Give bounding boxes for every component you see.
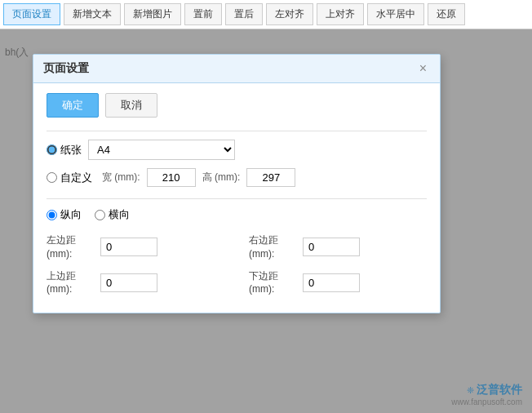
main-area: bh(入 页面设置 × 确定 取消 纸张	[0, 29, 532, 413]
custom-radio[interactable]	[47, 172, 57, 183]
toolbar-btn-3[interactable]: 置前	[184, 3, 222, 25]
toolbar-btn-0[interactable]: 页面设置	[3, 3, 60, 25]
cancel-button[interactable]: 取消	[105, 93, 157, 118]
custom-radio-label[interactable]: 自定义	[47, 171, 95, 185]
toolbar-btn-4[interactable]: 置后	[225, 3, 263, 25]
toolbar: 页面设置新增文本新增图片置前置后左对齐上对齐水平居中还原	[0, 0, 532, 29]
landscape-label: 横向	[109, 207, 130, 222]
toolbar-btn-1[interactable]: 新增文本	[64, 3, 121, 25]
height-label: 高 (mm):	[202, 171, 241, 184]
divider	[47, 131, 427, 131]
dialog-header: 页面设置 ×	[33, 55, 440, 83]
height-input[interactable]	[246, 168, 295, 187]
divider2	[47, 198, 427, 199]
right-margin-label: 右边距(mm):	[249, 233, 298, 261]
dialog-body: 确定 取消 纸张 A4A3B5LetterCustom	[33, 83, 440, 313]
paper-label: 纸张	[60, 143, 82, 158]
close-button[interactable]: ×	[416, 62, 430, 75]
top-margin-label: 上边距(mm):	[47, 269, 95, 297]
action-buttons: 确定 取消	[47, 93, 427, 118]
toolbar-btn-2[interactable]: 新增图片	[124, 3, 181, 25]
paper-row: 纸张 A4A3B5LetterCustom	[47, 140, 427, 160]
page-settings-dialog: 页面设置 × 确定 取消 纸张 A4A3B5LetterCustom	[33, 54, 441, 313]
right-margin-item: 右边距(mm):	[249, 233, 427, 261]
left-margin-label: 左边距(mm):	[47, 233, 95, 261]
toolbar-btn-6[interactable]: 上对齐	[317, 3, 364, 25]
custom-label: 自定义	[60, 171, 92, 185]
bottom-margin-label: 下边距(mm):	[249, 269, 298, 297]
toolbar-btn-8[interactable]: 还原	[428, 3, 465, 25]
portrait-radio-label[interactable]: 纵向	[47, 207, 82, 222]
toolbar-btn-5[interactable]: 左对齐	[266, 3, 313, 25]
landscape-radio[interactable]	[95, 210, 105, 220]
right-margin-input[interactable]	[303, 238, 360, 256]
bottom-margin-input[interactable]	[303, 273, 360, 292]
portrait-label: 纵向	[60, 207, 82, 222]
confirm-button[interactable]: 确定	[47, 93, 99, 118]
custom-row: 自定义 宽 (mm): 高 (mm):	[47, 168, 427, 187]
dialog-title: 页面设置	[43, 61, 89, 76]
top-margin-input[interactable]	[100, 273, 157, 292]
left-margin-item: 左边距(mm):	[47, 233, 224, 261]
toolbar-btn-7[interactable]: 水平居中	[367, 3, 424, 25]
left-margin-input[interactable]	[100, 238, 157, 256]
paper-section: 纸张 A4A3B5LetterCustom 自定义 宽 (mm): 高 (mm)…	[47, 140, 427, 187]
paper-radio-label[interactable]: 纸张	[47, 143, 82, 158]
top-margin-item: 上边距(mm):	[47, 269, 224, 297]
bottom-margin-item: 下边距(mm):	[249, 269, 427, 297]
paper-select[interactable]: A4A3B5LetterCustom	[88, 140, 235, 160]
landscape-radio-label[interactable]: 横向	[95, 207, 130, 222]
paper-radio[interactable]	[47, 144, 57, 155]
orientation-section: 纵向 横向	[47, 207, 427, 222]
margins-section: 左边距(mm): 右边距(mm): 上边距(mm): 下边距(mm):	[47, 233, 427, 296]
width-input[interactable]	[147, 168, 196, 187]
width-label: 宽 (mm):	[102, 171, 140, 184]
portrait-radio[interactable]	[47, 210, 57, 220]
